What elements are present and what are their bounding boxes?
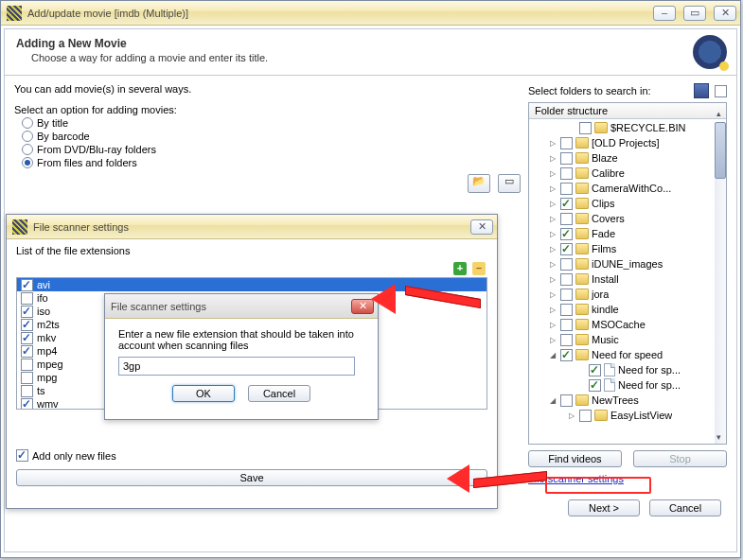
option-by-barcode[interactable]: By barcode (22, 131, 521, 142)
tree-node[interactable]: ▷Fade (529, 226, 715, 241)
extension-input[interactable] (118, 357, 355, 376)
extension-checkbox[interactable] (21, 292, 33, 305)
node-checkbox[interactable] (560, 213, 573, 225)
ok-button[interactable]: OK (172, 385, 235, 402)
expander-icon[interactable]: ▷ (548, 321, 557, 329)
node-checkbox[interactable] (560, 349, 573, 361)
add-extension-button[interactable]: + (453, 262, 467, 275)
extension-checkbox[interactable] (21, 372, 33, 384)
radio-icon[interactable] (22, 157, 33, 168)
expander-icon[interactable]: ▷ (548, 336, 557, 344)
node-checkbox[interactable] (560, 243, 573, 255)
node-checkbox[interactable] (560, 394, 573, 407)
radio-icon[interactable] (22, 131, 33, 142)
node-checkbox[interactable] (589, 364, 601, 376)
expander-icon[interactable]: ▷ (548, 215, 557, 223)
tree-node[interactable]: ▷iDUNE_images (529, 256, 715, 271)
option-from-dvd-blu-ray-folders[interactable]: From DVD/Blu-ray folders (22, 144, 521, 155)
extension-checkbox[interactable] (21, 332, 33, 344)
tree-node[interactable]: ▷kindle (529, 302, 715, 317)
extension-checkbox[interactable] (21, 345, 33, 358)
tree-scroll-thumb[interactable] (715, 122, 726, 179)
node-checkbox[interactable] (560, 273, 573, 286)
node-checkbox[interactable] (560, 137, 573, 149)
tree-node[interactable]: ▷EasyListView (529, 408, 715, 423)
tree-header[interactable]: Folder structure (529, 103, 726, 119)
tree-node[interactable]: ▷Films (529, 241, 715, 256)
next-button[interactable]: Next > (568, 499, 640, 516)
tree-node[interactable]: Need for sp... (529, 362, 715, 377)
radio-icon[interactable] (22, 144, 33, 155)
select-all-checkbox[interactable] (715, 85, 727, 97)
stop-button[interactable]: Stop (633, 450, 727, 467)
save-button[interactable]: Save (16, 469, 487, 486)
tree-node[interactable]: ▷Blaze (529, 150, 715, 166)
expander-icon[interactable]: ▷ (548, 245, 557, 254)
expander-icon[interactable]: ▷ (548, 169, 557, 178)
tree-node[interactable]: Need for sp... (529, 377, 715, 393)
expander-icon[interactable]: ▷ (548, 154, 557, 163)
extension-checkbox[interactable] (21, 398, 33, 411)
clear-button[interactable]: ▭ (498, 174, 521, 193)
node-checkbox[interactable] (589, 379, 601, 392)
extension-checkbox[interactable] (21, 359, 33, 371)
browse-button[interactable]: 📂 (468, 174, 490, 193)
scanner-close-button[interactable]: ✕ (470, 219, 493, 235)
node-checkbox[interactable] (560, 167, 573, 180)
extension-checkbox[interactable] (21, 385, 33, 397)
radio-icon[interactable] (22, 117, 33, 129)
node-checkbox[interactable] (560, 198, 573, 210)
node-checkbox[interactable] (560, 228, 573, 240)
node-checkbox[interactable] (579, 122, 592, 134)
extension-checkbox[interactable] (21, 306, 33, 318)
add-only-new-checkbox[interactable] (16, 449, 28, 462)
tree-node[interactable]: ◢Need for speed (529, 347, 715, 362)
tree-node[interactable]: $RECYCLE.BIN (529, 120, 715, 135)
tree-node[interactable]: ▷Install (529, 271, 715, 287)
node-checkbox[interactable] (560, 183, 573, 195)
tree-node[interactable]: ▷CameraWithCo... (529, 181, 715, 196)
input-dialog-close-button[interactable]: ✕ (351, 299, 374, 314)
node-checkbox[interactable] (560, 334, 573, 346)
node-checkbox[interactable] (560, 319, 573, 331)
expander-icon[interactable]: ▷ (548, 260, 557, 269)
tree-scrollbar[interactable]: ▴ ▾ (715, 122, 726, 444)
expander-icon[interactable]: ▷ (548, 200, 557, 208)
input-dialog-titlebar[interactable]: File scanner settings ✕ (105, 294, 378, 319)
input-cancel-button[interactable]: Cancel (248, 385, 310, 402)
save-icon[interactable] (694, 83, 709, 98)
expander-icon[interactable]: ◢ (548, 396, 557, 405)
option-from-files-and-folders[interactable]: From files and folders (22, 157, 521, 168)
expander-icon[interactable]: ▷ (548, 290, 557, 299)
scanner-titlebar[interactable]: File scanner settings ✕ (7, 215, 497, 239)
tree-node[interactable]: ▷Calibre (529, 166, 715, 181)
remove-extension-button[interactable]: – (472, 262, 486, 275)
minimize-button[interactable]: – (653, 6, 676, 21)
cancel-button[interactable]: Cancel (649, 499, 721, 516)
expander-icon[interactable]: ▷ (548, 275, 557, 284)
tree-node[interactable]: ▷MSOCache (529, 317, 715, 332)
tree-node[interactable]: ▷[OLD Projects] (529, 135, 715, 150)
expander-icon[interactable]: ▷ (548, 184, 557, 193)
expander-icon[interactable]: ▷ (548, 139, 557, 148)
main-titlebar[interactable]: Add/update movie [imdb (Multiple)] – ▭ ✕ (1, 1, 740, 26)
expander-icon[interactable]: ▷ (567, 411, 576, 420)
close-button[interactable]: ✕ (714, 6, 736, 21)
node-checkbox[interactable] (560, 304, 573, 316)
tree-node[interactable]: ▷jora (529, 287, 715, 302)
extension-checkbox[interactable] (21, 319, 33, 331)
expander-icon[interactable]: ▷ (548, 306, 557, 314)
tree-node[interactable]: ▷Music (529, 332, 715, 347)
tree-node[interactable]: ◢NewTrees (529, 393, 715, 408)
node-checkbox[interactable] (560, 258, 573, 271)
file-scanner-settings-link[interactable]: File scanner settings (528, 473, 624, 484)
node-checkbox[interactable] (560, 152, 573, 165)
node-checkbox[interactable] (560, 289, 573, 301)
tree-node[interactable]: ▷Clips (529, 196, 715, 211)
expander-icon[interactable]: ▷ (548, 230, 557, 238)
extension-row-avi[interactable]: avi (17, 278, 486, 291)
option-by-title[interactable]: By title (22, 117, 521, 129)
node-checkbox[interactable] (579, 410, 592, 422)
find-videos-button[interactable]: Find videos (528, 450, 622, 467)
expander-icon[interactable]: ◢ (548, 351, 557, 359)
